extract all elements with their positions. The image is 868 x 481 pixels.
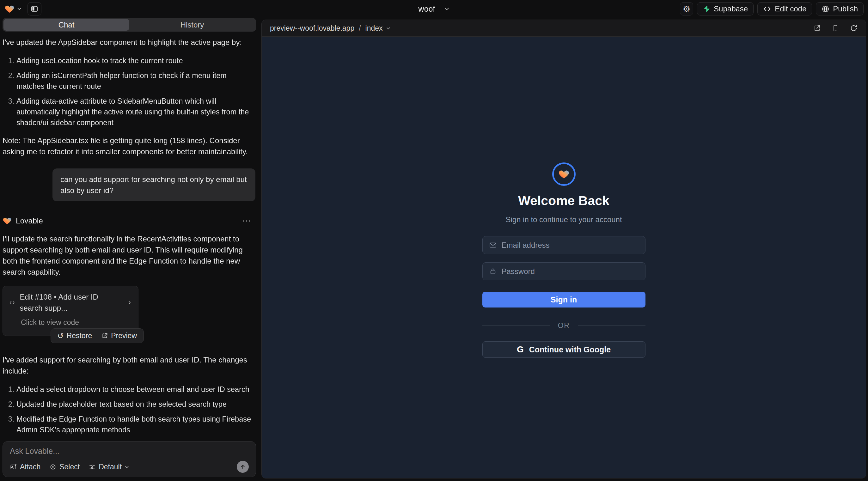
restore-icon: ↺ [58, 332, 64, 340]
code-brackets-icon [763, 5, 771, 13]
edit-code-button[interactable]: Edit code [757, 2, 812, 15]
preview-url: preview--woof.lovable.app [270, 24, 354, 33]
chevron-down-icon [125, 464, 129, 469]
panel-tabs: Chat History [3, 18, 256, 32]
password-placeholder: Password [502, 267, 535, 276]
preview-button[interactable]: Preview [101, 331, 137, 340]
list-item: Added a select dropdown to choose betwee… [17, 384, 255, 395]
lovable-heart-icon [3, 216, 12, 225]
divider-line [578, 325, 645, 326]
assistant-list: Added a select dropdown to choose betwee… [3, 384, 255, 436]
edit-code-label: Edit code [775, 4, 806, 13]
assistant-note: Note: The AppSidebar.tsx file is getting… [3, 135, 255, 157]
google-icon: G [517, 345, 524, 355]
mobile-phone-icon [832, 24, 839, 32]
email-field[interactable]: Email address [483, 236, 646, 254]
refresh-icon [850, 24, 858, 32]
page-subtitle: Sign in to continue to your account [505, 215, 622, 224]
page-title: Welcome Back [518, 193, 610, 208]
edit-card-header: Edit #108 • Add user ID search supp... [9, 291, 132, 314]
project-name: woof [418, 4, 435, 13]
supabase-button[interactable]: Supabase [697, 2, 753, 15]
edit-card-title: Edit #108 • Add user ID search supp... [20, 291, 122, 314]
supabase-label: Supabase [714, 4, 748, 13]
lovable-logo[interactable] [4, 4, 22, 14]
preview-header: preview--woof.lovable.app / index [262, 20, 866, 37]
mode-selector[interactable]: Default [89, 463, 129, 471]
code-brackets-icon [9, 299, 15, 306]
app-logo-badge [552, 162, 576, 186]
supabase-icon [703, 5, 710, 13]
project-switcher[interactable]: woof [418, 4, 450, 13]
assistant-name: Lovable [16, 215, 43, 226]
user-message-bubble: can you add support for searching not on… [53, 168, 255, 201]
restore-label: Restore [67, 331, 92, 340]
list-item: Adding useLocation hook to track the cur… [17, 55, 255, 66]
send-button[interactable] [237, 461, 249, 473]
lovable-heart-icon [4, 4, 14, 14]
chevron-right-icon[interactable] [127, 299, 132, 306]
preview-viewport: Welcome Back Sign in to continue to your… [262, 37, 866, 478]
refresh-button[interactable] [850, 24, 858, 32]
sidebar-toggle-button[interactable] [28, 2, 41, 15]
chat-composer[interactable]: Ask Lovable... Attach Select Default [3, 441, 256, 477]
mobile-view-button[interactable] [832, 24, 839, 32]
heart-logo-icon [558, 168, 569, 180]
assistant-header: Lovable ⋯ [3, 215, 255, 226]
password-field[interactable]: Password [483, 262, 646, 280]
chat-input[interactable]: Ask Lovable... [10, 447, 249, 456]
sidebar-panel-icon [31, 5, 38, 13]
chat-messages: I've updated the AppSidebar component to… [0, 32, 258, 436]
chevron-down-icon[interactable] [386, 26, 391, 31]
google-label: Continue with Google [529, 345, 611, 354]
tab-history[interactable]: History [129, 19, 255, 31]
user-message-row: can you add support for searching not on… [3, 168, 255, 201]
top-bar: woof ⚙ Supabase Edit code Publish [0, 0, 868, 18]
list-item: Adding an isCurrentPath helper function … [17, 70, 255, 92]
arrow-up-icon [240, 463, 246, 470]
list-item: Adding data-active attribute to SidebarM… [17, 96, 255, 128]
tab-chat[interactable]: Chat [3, 19, 129, 31]
preview-path: index [365, 24, 383, 33]
external-link-icon [813, 24, 821, 32]
edit-card-subtitle: Click to view code [21, 317, 132, 328]
sliders-icon [89, 463, 96, 471]
gear-icon: ⚙ [683, 5, 690, 13]
assistant-list: Adding useLocation hook to track the cur… [3, 55, 255, 128]
divider-line [483, 325, 550, 326]
image-plus-icon [10, 463, 17, 471]
preview-label: Preview [111, 331, 137, 340]
publish-button[interactable]: Publish [816, 2, 864, 15]
chat-panel: Chat History I've updated the AppSidebar… [0, 18, 258, 481]
restore-button[interactable]: ↺ Restore [58, 331, 92, 340]
target-icon [49, 463, 57, 471]
attach-label: Attach [20, 463, 40, 471]
assistant-paragraph: I've updated the AppSidebar component to… [3, 37, 255, 48]
assistant-paragraph: I'll update the search functionality in … [3, 233, 255, 278]
edit-version-card[interactable]: Edit #108 • Add user ID search supp... C… [3, 286, 138, 336]
lock-icon [489, 267, 497, 275]
mail-icon [489, 241, 497, 249]
ellipsis-menu-icon[interactable]: ⋯ [242, 217, 251, 225]
google-sign-in-button[interactable]: G Continue with Google [483, 341, 646, 358]
mode-label: Default [99, 463, 122, 471]
chevron-down-icon[interactable] [17, 6, 22, 11]
attach-button[interactable]: Attach [10, 463, 40, 471]
select-label: Select [59, 463, 80, 471]
or-label: OR [558, 321, 570, 330]
login-page: Welcome Back Sign in to continue to your… [483, 162, 646, 358]
preview-panel: preview--woof.lovable.app / index Welcom… [261, 20, 866, 478]
composer-toolbar: Attach Select Default [10, 461, 249, 473]
settings-button[interactable]: ⚙ [680, 2, 693, 15]
publish-label: Publish [833, 4, 858, 13]
assistant-paragraph: I've added support for searching by both… [3, 354, 255, 376]
globe-icon [822, 5, 830, 13]
list-item: Updated the placeholder text based on th… [17, 399, 255, 410]
path-separator: / [359, 24, 361, 33]
open-in-new-tab-button[interactable] [813, 24, 821, 32]
chevron-down-icon[interactable] [444, 6, 450, 12]
sign-in-button[interactable]: Sign in [483, 292, 646, 308]
preview-url-bar[interactable]: preview--woof.lovable.app / index [270, 24, 391, 33]
preview-controls [813, 24, 858, 32]
select-button[interactable]: Select [49, 463, 80, 471]
